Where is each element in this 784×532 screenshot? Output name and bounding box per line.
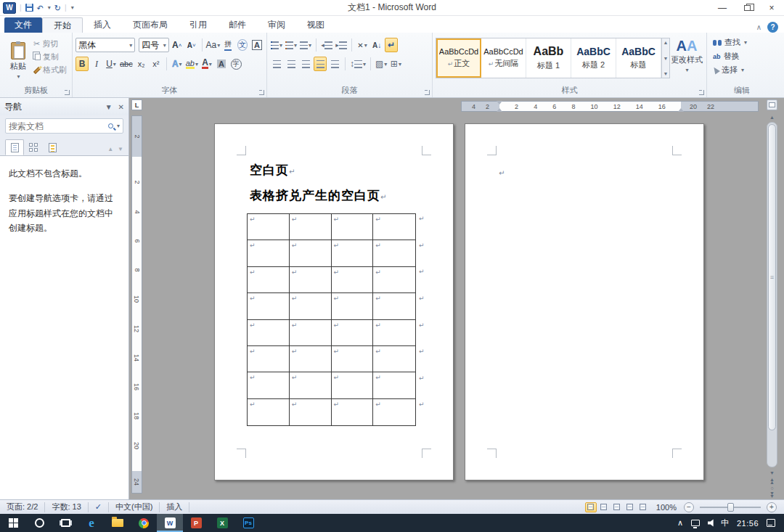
table-cell[interactable]: ↵	[373, 320, 415, 346]
paste-button[interactable]: 粘贴 ▾	[3, 36, 33, 86]
tab-页面布局[interactable]: 页面布局	[122, 17, 179, 33]
table-cell[interactable]: ↵	[373, 372, 415, 398]
shading-button[interactable]: ▨▾	[375, 57, 388, 71]
search-options-icon[interactable]: ▾	[117, 123, 120, 129]
enclose-characters-button[interactable]: 文	[236, 38, 249, 52]
change-case-button[interactable]: Aa▾	[206, 38, 220, 52]
powerpoint-button[interactable]: P	[183, 514, 209, 532]
minimize-button[interactable]: —	[710, 0, 735, 15]
word-taskbar-button[interactable]: W	[157, 514, 183, 532]
draft-view-button[interactable]	[637, 502, 649, 512]
print-layout-view-button[interactable]	[585, 502, 597, 512]
bold-button[interactable]: B	[75, 57, 89, 71]
next-heading-icon[interactable]: ▼	[118, 146, 123, 152]
undo-dropdown-icon[interactable]: ▾	[48, 4, 51, 11]
table-cell[interactable]: ↵	[373, 399, 415, 425]
distribute-button[interactable]	[328, 57, 341, 71]
edge-button[interactable]: e	[78, 514, 105, 532]
insert-mode-indicator[interactable]: 插入	[160, 502, 189, 512]
scroll-up-icon[interactable]: ▲	[663, 40, 669, 45]
font-color-button[interactable]: A▾	[200, 57, 213, 71]
line-spacing-button[interactable]: ↕▾	[349, 57, 367, 71]
nav-tab-results[interactable]	[43, 139, 62, 155]
table-cell[interactable]: ↵	[373, 240, 415, 266]
select-browse-object-button[interactable]: ○	[770, 486, 773, 491]
replace-button[interactable]: ab 替换	[713, 49, 774, 63]
paste-dropdown-icon[interactable]: ▾	[17, 73, 20, 80]
underline-button[interactable]: U▾	[105, 57, 118, 71]
align-left-button[interactable]	[270, 57, 283, 71]
table-cell[interactable]: ↵	[290, 293, 332, 319]
nav-close-icon[interactable]: ✕	[118, 103, 124, 111]
redo-icon[interactable]: ↻	[54, 3, 61, 13]
tab-引用[interactable]: 引用	[179, 17, 218, 33]
doc-table[interactable]: ↵↵↵↵↵↵↵↵↵↵↵↵↵↵↵↵↵↵↵↵↵↵↵↵↵↵↵↵↵↵↵↵	[247, 213, 416, 426]
table-cell[interactable]: ↵	[290, 267, 332, 293]
gallery-more-icon[interactable]: ▼	[663, 71, 669, 76]
table-cell[interactable]: ↵	[290, 372, 332, 398]
cut-button[interactable]: ✂ 剪切	[33, 38, 67, 50]
table-cell[interactable]: ↵	[248, 372, 290, 398]
action-center-icon[interactable]	[767, 519, 775, 527]
save-icon[interactable]	[25, 4, 33, 12]
decrease-indent-button[interactable]: ◂	[320, 38, 333, 52]
find-button[interactable]: 查找 ▾	[713, 36, 774, 49]
previous-heading-icon[interactable]: ▲	[107, 146, 113, 152]
zoom-slider[interactable]	[700, 507, 761, 508]
dialog-launcher-icon[interactable]	[259, 90, 264, 95]
increase-indent-button[interactable]: ▸	[335, 38, 348, 52]
font-name-combobox[interactable]: 黑体 ▾	[75, 38, 135, 52]
start-button[interactable]	[0, 514, 26, 532]
table-cell[interactable]: ↵	[248, 320, 290, 346]
restore-button[interactable]	[735, 0, 759, 15]
table-cell[interactable]: ↵	[248, 346, 290, 372]
table-cell[interactable]: ↵	[332, 214, 374, 240]
italic-button[interactable]: I	[90, 57, 103, 71]
scrollbar-track[interactable]	[767, 122, 777, 467]
multilevel-list-button[interactable]: ▾	[299, 38, 312, 52]
select-button[interactable]: 选择 ▾	[713, 63, 774, 77]
table-cell[interactable]: ↵	[332, 267, 374, 293]
table-cell[interactable]: ↵	[290, 399, 332, 425]
view-ruler-toggle[interactable]	[767, 99, 777, 110]
tab-邮件[interactable]: 邮件	[218, 17, 257, 33]
justify-button[interactable]	[314, 57, 327, 71]
dialog-launcher-icon[interactable]	[65, 90, 70, 95]
table-cell[interactable]: ↵	[290, 346, 332, 372]
align-center-button[interactable]	[285, 57, 298, 71]
strikethrough-button[interactable]: abc	[119, 57, 134, 71]
photoshop-button[interactable]: Ps	[235, 514, 261, 532]
change-styles-button[interactable]: AA 更改样式 ▾	[670, 38, 703, 73]
search-icon[interactable]	[108, 123, 113, 128]
tab-file[interactable]: 文件	[4, 17, 42, 33]
style-gallery-scroll[interactable]: ▲ ▼ ▼	[662, 38, 670, 78]
style-标题 2[interactable]: AaBbC标题 2	[571, 38, 616, 78]
sort-button[interactable]: A↓	[370, 38, 383, 52]
enclose-character-button[interactable]: 字	[229, 57, 242, 71]
cortana-button[interactable]	[26, 514, 52, 532]
collapse-ribbon-icon[interactable]: ∧	[756, 23, 761, 31]
zoom-in-button[interactable]: +	[767, 502, 777, 512]
network-icon[interactable]	[691, 520, 700, 526]
scroll-down-icon[interactable]: ▼	[663, 56, 669, 61]
style-标题[interactable]: AaBbC标题	[616, 38, 661, 78]
show-hide-marks-button[interactable]: ↵	[385, 38, 398, 52]
search-input[interactable]	[9, 121, 108, 131]
text-effects-button[interactable]: A▾	[171, 57, 184, 71]
table-cell[interactable]: ↵	[373, 346, 415, 372]
language-indicator[interactable]: 中文(中国)	[109, 502, 160, 512]
zoom-slider-thumb[interactable]	[727, 503, 734, 512]
vertical-ruler[interactable]: 2 2468101214161820 24	[131, 115, 142, 494]
outline-view-button[interactable]	[624, 502, 636, 512]
word-logo-icon[interactable]: W	[3, 2, 16, 14]
file-explorer-button[interactable]	[105, 514, 131, 532]
next-page-button[interactable]: ▼▼	[769, 492, 775, 498]
tab-视图[interactable]: 视图	[296, 17, 335, 33]
vertical-scrollbar[interactable]: ▲ ▼ ▲▲ ○ ▼▼	[766, 98, 778, 499]
borders-button[interactable]: ⊞▾	[389, 57, 402, 71]
task-view-button[interactable]	[52, 514, 78, 532]
fullscreen-reading-view-button[interactable]	[598, 502, 610, 512]
dialog-launcher-icon[interactable]	[425, 90, 430, 95]
tab-审阅[interactable]: 审阅	[257, 17, 296, 33]
superscript-button[interactable]: x²	[150, 57, 163, 71]
